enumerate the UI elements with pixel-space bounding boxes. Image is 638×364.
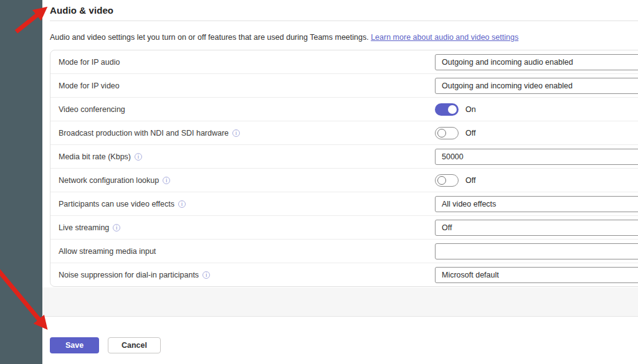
setting-label: Mode for IP audio [59,58,120,67]
setting-label: Mode for IP video [59,82,120,90]
setting-control: Off [435,121,475,144]
setting-row-media-bit-rate-kbps: Media bit rate (Kbps)i [50,145,638,169]
setting-row-video-conferencing: Video conferencingOn [50,98,638,121]
setting-label: Live streaming [59,223,109,232]
toggle-state-label: Off [465,176,475,185]
live-streaming-select[interactable]: Off [435,220,638,236]
setting-label: Broadcast production with NDI and SDI ha… [59,129,229,138]
info-icon[interactable]: i [135,153,142,161]
settings-card: Mode for IP audioOutgoing and incoming a… [50,50,638,287]
toggle-knob [437,129,446,138]
page-title: Audio & video [50,5,113,16]
info-icon[interactable]: i [178,200,186,208]
cancel-button[interactable]: Cancel [108,337,161,353]
setting-label: Noise suppression for dial-in participan… [59,271,199,279]
setting-row-live-streaming: Live streamingiOff [50,216,638,240]
setting-label: Network configuration lookup [59,176,159,185]
setting-row-noise-suppression-for-dial-in-participants: Noise suppression for dial-in participan… [50,263,638,287]
mode-for-ip-video-select[interactable]: Outgoing and incoming video enabled [435,78,638,94]
setting-label: Participants can use video effects [59,200,174,208]
toggle-knob [437,176,446,185]
toggle-state-label: On [465,105,476,114]
title-divider [50,21,638,21]
video-conferencing-toggle[interactable] [435,103,459,116]
setting-label: Allow streaming media input [59,247,156,256]
participants-can-use-video-effects-select[interactable]: All video effects [435,196,638,212]
setting-row-network-configuration-lookup: Network configuration lookupiOff [50,169,638,192]
setting-row-broadcast-production-with-ndi-and-sdi-hardware: Broadcast production with NDI and SDI ha… [50,121,638,145]
setting-control [435,240,638,263]
content-bottom-band [42,287,638,317]
setting-row-allow-streaming-media-input: Allow streaming media input [50,240,638,263]
info-icon[interactable]: i [232,129,240,137]
footer-bar: Save Cancel [42,317,638,364]
setting-control: Outgoing and incoming video enabled [435,74,638,97]
broadcast-production-with-ndi-and-sdi-hardware-toggle[interactable] [435,127,459,139]
setting-control: On [435,98,476,121]
setting-control: Outgoing and incoming audio enabled [435,50,638,73]
toggle-state-label: Off [465,129,475,138]
media-bit-rate-kbps-input[interactable] [435,149,638,165]
info-icon[interactable]: i [113,224,120,231]
noise-suppression-for-dial-in-participants-select[interactable]: Microsoft default [435,267,638,283]
setting-control: Microsoft default [435,263,638,287]
setting-row-mode-for-ip-video: Mode for IP videoOutgoing and incoming v… [50,74,638,98]
setting-control: Off [435,216,638,239]
setting-row-participants-can-use-video-effects: Participants can use video effectsiAll v… [50,192,638,216]
toggle-knob [448,105,457,114]
save-button[interactable]: Save [50,337,99,353]
setting-control: All video effects [435,192,638,215]
setting-control: Off [435,169,475,192]
setting-row-mode-for-ip-audio: Mode for IP audioOutgoing and incoming a… [50,50,638,74]
network-configuration-lookup-toggle[interactable] [435,174,459,187]
allow-streaming-media-input-input[interactable] [435,243,638,259]
info-icon[interactable]: i [202,271,210,279]
info-icon[interactable]: i [163,177,170,184]
mode-for-ip-audio-select[interactable]: Outgoing and incoming audio enabled [435,54,638,70]
description-text: Audio and video settings let you turn on… [50,33,369,42]
settings-rows: Mode for IP audioOutgoing and incoming a… [50,50,638,287]
main-content: Audio & video Audio and video settings l… [42,0,638,364]
teams-admin-audio-video-page: Audio & video Audio and video settings l… [0,0,638,364]
left-nav-sidebar-strip [0,0,42,364]
setting-control [435,145,638,168]
learn-more-link[interactable]: Learn more about audio and video setting… [371,33,518,42]
setting-label: Video conferencing [59,105,125,114]
page-description: Audio and video settings let you turn on… [50,33,518,42]
setting-label: Media bit rate (Kbps) [59,152,131,161]
